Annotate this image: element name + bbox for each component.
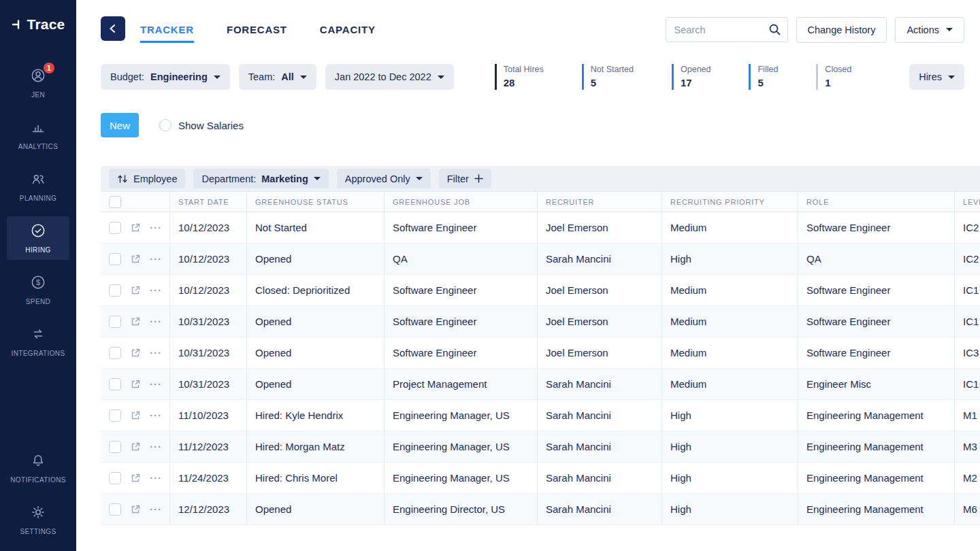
column-header-level[interactable]: LEVEL <box>955 192 980 212</box>
user-avatar-icon: 1 <box>30 67 46 86</box>
tab-tracker[interactable]: TRACKER <box>140 16 194 43</box>
show-salaries-checkbox[interactable] <box>159 119 172 131</box>
sidebar-item-integrations[interactable]: INTEGRATIONS <box>7 320 69 363</box>
sidebar-item-analytics[interactable]: ANALYTICS <box>7 113 69 156</box>
change-history-button[interactable]: Change History <box>796 17 887 43</box>
table-row[interactable]: ··· 10/31/2023 Opened Software Engineer … <box>101 306 980 337</box>
tab-forecast[interactable]: FORECAST <box>227 16 287 43</box>
row-checkbox[interactable] <box>109 347 121 359</box>
sidebar-item-planning[interactable]: PLANNING <box>7 165 69 208</box>
row-checkbox[interactable] <box>109 472 121 484</box>
hires-dropdown[interactable]: Hires <box>909 64 964 90</box>
row-checkbox[interactable] <box>109 378 121 390</box>
table-body: ··· 10/12/2023 Not Started Software Engi… <box>101 212 980 525</box>
table-row[interactable]: ··· 10/12/2023 Opened QA Sarah Mancini H… <box>101 244 980 275</box>
sidebar-item-settings[interactable]: SETTINGS <box>7 498 69 541</box>
row-more-icon[interactable]: ··· <box>150 472 162 484</box>
row-more-icon[interactable]: ··· <box>150 503 162 515</box>
new-button[interactable]: New <box>101 113 139 137</box>
cell-role: Software Engineer <box>798 275 955 305</box>
employee-sort-chip[interactable]: Employee <box>109 169 185 188</box>
cell-level: IC1 <box>955 306 980 337</box>
column-header-recruiter[interactable]: RECRUITER <box>538 192 662 212</box>
column-header-role[interactable]: ROLE <box>798 192 955 212</box>
budget-filter-value: Engineering <box>150 71 208 82</box>
open-external-icon[interactable] <box>130 410 141 421</box>
row-more-icon[interactable]: ··· <box>150 284 162 296</box>
approved-only-label: Approved Only <box>345 173 410 184</box>
chevron-down-icon <box>214 76 220 79</box>
hiring-icon <box>30 222 46 241</box>
approved-only-dropdown[interactable]: Approved Only <box>337 169 431 188</box>
row-more-icon[interactable]: ··· <box>150 347 162 358</box>
cell-greenhouse-status: Opened <box>247 244 385 274</box>
sidebar-item-jen[interactable]: 1 JEN <box>7 61 69 105</box>
column-header-recruiting-priority[interactable]: RECRUITING PRIORITY <box>662 192 798 212</box>
stat-label: Opened <box>681 65 710 74</box>
column-header-start-date[interactable]: START DATE <box>170 192 247 212</box>
show-salaries-label: Show Salaries <box>178 120 244 131</box>
date-range-dropdown[interactable]: Jan 2022 to Dec 2022 <box>325 64 454 90</box>
table-row[interactable]: ··· 11/24/2023 Hired: Chris Morel Engine… <box>101 463 980 494</box>
row-more-icon[interactable]: ··· <box>150 316 162 327</box>
plus-icon <box>474 174 483 183</box>
column-header-greenhouse-job[interactable]: GREENHOUSE JOB <box>385 192 538 212</box>
tracker-table: Employee Department: Marketing Approved … <box>101 166 980 525</box>
open-external-icon[interactable] <box>130 348 141 358</box>
row-checkbox[interactable] <box>109 503 121 516</box>
sidebar-item-label: INTEGRATIONS <box>11 350 65 357</box>
actions-button[interactable]: Actions <box>895 17 964 43</box>
row-checkbox[interactable] <box>109 441 121 453</box>
open-external-icon[interactable] <box>130 379 141 390</box>
table-row[interactable]: ··· 11/10/2023 Hired: Kyle Hendrix Engin… <box>101 400 980 431</box>
row-more-icon[interactable]: ··· <box>150 378 162 390</box>
cell-start-date: 11/10/2023 <box>170 400 247 431</box>
show-salaries-toggle[interactable]: Show Salaries <box>159 119 244 131</box>
cell-start-date: 10/12/2023 <box>170 244 247 274</box>
tab-capacity[interactable]: CAPACITY <box>320 16 376 43</box>
team-filter-dropdown[interactable]: Team: All <box>239 64 316 90</box>
row-checkbox[interactable] <box>109 410 121 422</box>
sidebar-item-hiring[interactable]: HIRING <box>7 216 69 260</box>
row-controls-cell: ··· <box>101 337 170 368</box>
table-toolbar: Employee Department: Marketing Approved … <box>101 166 980 192</box>
table-row[interactable]: ··· 10/12/2023 Closed: Deprioritized Sof… <box>101 275 980 306</box>
table-row[interactable]: ··· 12/12/2023 Opened Engineering Direct… <box>101 494 980 525</box>
sidebar-item-spend[interactable]: $ SPEND <box>7 268 69 312</box>
cell-greenhouse-status: Opened <box>247 337 385 368</box>
budget-filter-dropdown[interactable]: Budget: Engineering <box>101 64 230 90</box>
row-more-icon[interactable]: ··· <box>150 410 162 421</box>
department-filter-dropdown[interactable]: Department: Marketing <box>193 169 328 188</box>
row-more-icon[interactable]: ··· <box>150 253 162 265</box>
open-external-icon[interactable] <box>130 504 141 515</box>
row-more-icon[interactable]: ··· <box>150 222 162 233</box>
open-external-icon[interactable] <box>130 254 141 265</box>
row-checkbox[interactable] <box>109 316 121 328</box>
open-external-icon[interactable] <box>130 473 141 484</box>
row-checkbox[interactable] <box>109 284 121 297</box>
add-filter-chip[interactable]: Filter <box>439 169 491 188</box>
select-all-checkbox[interactable] <box>109 196 121 208</box>
cell-role: Software Engineer <box>798 337 955 368</box>
row-checkbox[interactable] <box>109 222 121 234</box>
open-external-icon[interactable] <box>130 316 141 327</box>
open-external-icon[interactable] <box>130 285 141 296</box>
row-more-icon[interactable]: ··· <box>150 441 162 452</box>
cell-recruiter: Sarah Mancini <box>538 431 662 462</box>
column-header-greenhouse-status[interactable]: GREENHOUSE STATUS <box>247 192 385 212</box>
cell-recruiting-priority: High <box>662 400 798 431</box>
table-header-row: START DATE GREENHOUSE STATUS GREENHOUSE … <box>101 192 980 212</box>
open-external-icon[interactable] <box>130 222 141 233</box>
stat-block: Total Hires 28 <box>495 64 544 90</box>
row-checkbox[interactable] <box>109 253 121 265</box>
table-row[interactable]: ··· 10/12/2023 Not Started Software Engi… <box>101 212 980 244</box>
table-row[interactable]: ··· 10/31/2023 Opened Project Management… <box>101 369 980 400</box>
sidebar-item-notifications[interactable]: NOTIFICATIONS <box>7 446 69 490</box>
sidebar-item-label: HIRING <box>25 246 50 254</box>
table-row[interactable]: ··· 11/12/2023 Hired: Morgan Matz Engine… <box>101 431 980 463</box>
table-row[interactable]: ··· 10/31/2023 Opened Software Engineer … <box>101 337 980 369</box>
open-external-icon[interactable] <box>130 441 141 452</box>
stat-block: Closed 1 <box>816 64 851 90</box>
cell-greenhouse-job: Engineering Manager, US <box>385 431 538 462</box>
back-button[interactable] <box>101 16 125 41</box>
